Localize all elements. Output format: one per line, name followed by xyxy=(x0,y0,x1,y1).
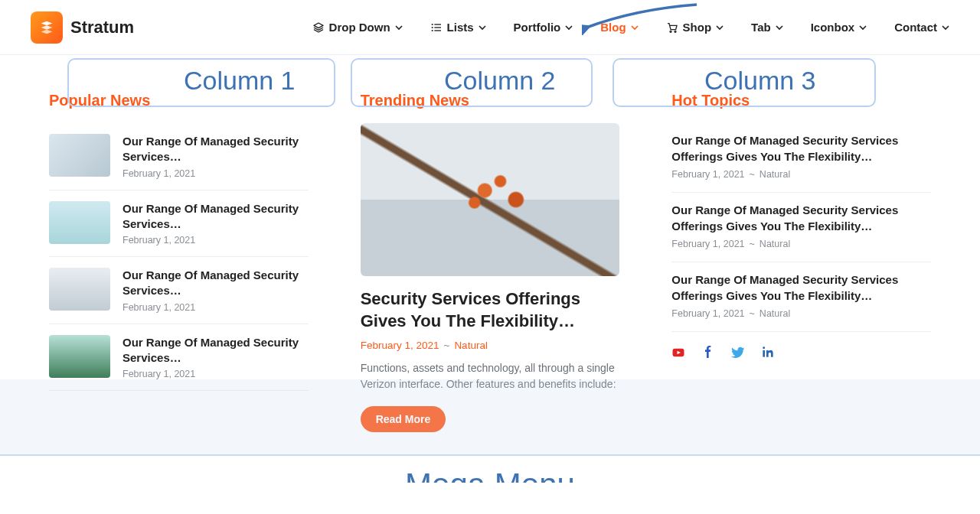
post-title: Our Range Of Managed Security Services O… xyxy=(671,132,931,164)
post-meta: February 1, 2021~Natural xyxy=(671,169,931,180)
chevron-down-icon xyxy=(859,24,867,31)
post-category: Natural xyxy=(760,169,790,180)
nav-portfolio[interactable]: Portfolio xyxy=(514,21,573,34)
post-title: Our Range Of Managed Security Services… xyxy=(122,268,309,299)
post-title: Our Range Of Managed Security Services… xyxy=(122,201,309,233)
nav-label: Portfolio xyxy=(514,21,561,34)
brand-name: Stratum xyxy=(70,18,134,37)
section-title: Hot Topics xyxy=(671,92,931,109)
nav-label: Contact xyxy=(894,21,937,34)
twitter-icon[interactable] xyxy=(731,346,745,359)
list-item[interactable]: Our Range Of Managed Security Services O… xyxy=(671,123,931,193)
nav-drop-down[interactable]: Drop Down xyxy=(312,21,403,34)
post-title: Our Range Of Managed Security Services O… xyxy=(671,272,931,304)
featured-date[interactable]: February 1, 2021 xyxy=(361,340,439,351)
annotation-mega-menu: Mega Menu xyxy=(31,467,949,483)
post-date: February 1, 2021 xyxy=(122,235,309,246)
svg-point-1 xyxy=(431,26,433,28)
nav-lists[interactable]: Lists xyxy=(430,21,486,34)
read-more-button[interactable]: Read More xyxy=(361,406,446,432)
post-category: Natural xyxy=(760,239,790,249)
featured-title[interactable]: Security Services Offerings Gives You Th… xyxy=(361,288,620,332)
list-item[interactable]: Our Range Of Managed Security Services O… xyxy=(671,262,931,332)
section-title: Popular News xyxy=(49,92,309,109)
nav-label: Drop Down xyxy=(329,21,390,34)
layers-icon xyxy=(312,21,325,34)
post-title: Our Range Of Managed Security Services… xyxy=(122,134,309,165)
svg-rect-3 xyxy=(434,24,441,24)
social-links xyxy=(671,346,931,359)
annotation-arrow xyxy=(582,0,704,38)
chevron-down-icon xyxy=(395,24,403,31)
post-date: February 1, 2021 xyxy=(122,302,309,313)
svg-point-10 xyxy=(763,346,766,349)
chevron-down-icon xyxy=(942,24,949,31)
section-title: Trending News xyxy=(361,92,620,109)
post-thumbnail xyxy=(49,134,110,177)
linkedin-icon[interactable] xyxy=(762,346,774,359)
list-item[interactable]: Our Range Of Managed Security Services O… xyxy=(671,193,931,262)
navbar: Stratum Drop Down Lists Portfolio Blog xyxy=(0,0,980,55)
post-thumbnail xyxy=(49,335,110,378)
post-title: Our Range Of Managed Security Services… xyxy=(122,335,309,366)
nav-label: Iconbox xyxy=(811,21,855,34)
column-trending-news: Trending News Security Services Offering… xyxy=(342,55,639,452)
chevron-down-icon xyxy=(565,24,573,31)
nav-label: Tab xyxy=(751,21,771,34)
brand[interactable]: Stratum xyxy=(31,11,134,44)
list-item[interactable]: Our Range Of Managed Security Services… … xyxy=(49,257,309,324)
post-date: February 1, 2021 xyxy=(671,239,744,249)
svg-point-2 xyxy=(431,29,433,31)
nav-tab[interactable]: Tab xyxy=(751,21,783,34)
featured-excerpt: Functions, assets and technology, all th… xyxy=(361,360,620,392)
column-popular-news: Popular News Our Range Of Managed Securi… xyxy=(31,55,327,452)
post-thumbnail xyxy=(49,201,110,244)
column-hot-topics: Hot Topics Our Range Of Managed Security… xyxy=(653,55,949,452)
list-item[interactable]: Our Range Of Managed Security Services… … xyxy=(49,123,309,190)
post-meta: February 1, 2021~Natural xyxy=(671,308,931,319)
post-date: February 1, 2021 xyxy=(671,169,744,180)
nav-label: Lists xyxy=(447,21,474,34)
list-item[interactable]: Our Range Of Managed Security Services… … xyxy=(49,190,309,258)
post-meta: February 1, 2021~Natural xyxy=(671,239,931,249)
chevron-down-icon xyxy=(716,24,724,31)
nav-contact[interactable]: Contact xyxy=(894,21,949,34)
svg-point-0 xyxy=(431,23,433,24)
featured-category[interactable]: Natural xyxy=(454,340,488,351)
list-icon xyxy=(430,21,443,34)
post-title: Our Range Of Managed Security Services O… xyxy=(671,202,931,234)
post-date: February 1, 2021 xyxy=(671,308,744,319)
svg-rect-9 xyxy=(763,350,766,357)
mega-menu: Column 1 Column 2 Column 3 Popular News … xyxy=(31,55,949,483)
list-item[interactable]: Our Range Of Managed Security Services… … xyxy=(49,324,309,392)
nav-iconbox[interactable]: Iconbox xyxy=(811,21,867,34)
svg-rect-4 xyxy=(434,27,441,28)
logo-icon xyxy=(31,11,63,44)
chevron-down-icon xyxy=(776,24,783,31)
post-thumbnail xyxy=(49,268,110,311)
post-category: Natural xyxy=(760,308,790,319)
svg-rect-5 xyxy=(434,30,441,31)
featured-image[interactable] xyxy=(361,123,620,276)
facebook-icon[interactable] xyxy=(702,346,714,359)
post-date: February 1, 2021 xyxy=(122,369,309,379)
chevron-down-icon xyxy=(479,24,486,31)
featured-meta: February 1, 2021~Natural xyxy=(361,340,620,351)
youtube-icon[interactable] xyxy=(671,346,685,359)
post-date: February 1, 2021 xyxy=(122,168,309,179)
